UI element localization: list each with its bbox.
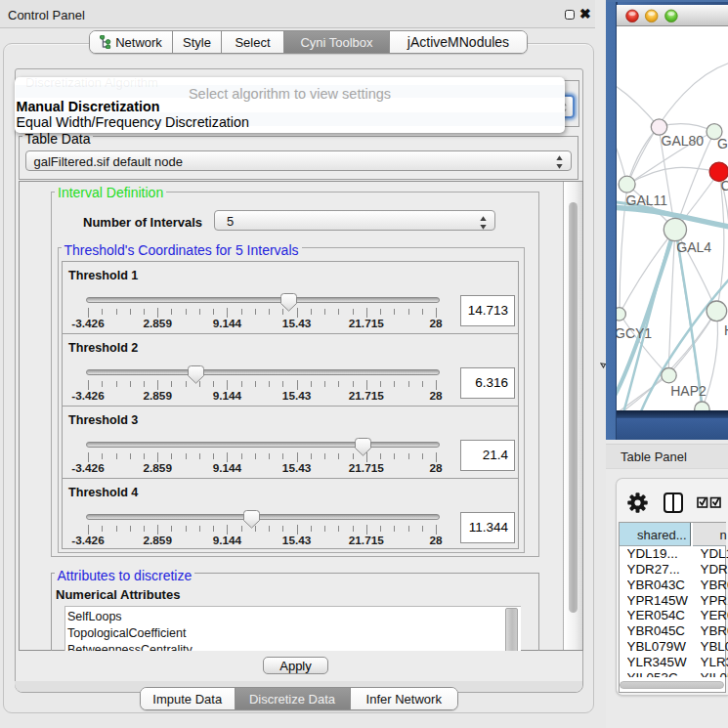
svg-text:C: C <box>721 178 728 193</box>
svg-text:GAL80: GAL80 <box>662 133 705 149</box>
svg-text:G.: G. <box>717 136 728 151</box>
svg-text:GAL4: GAL4 <box>676 239 711 255</box>
svg-text:GAL11: GAL11 <box>626 193 668 208</box>
svg-text:H: H <box>724 322 728 338</box>
svg-text:GCY1: GCY1 <box>617 325 652 341</box>
svg-text:HAP2: HAP2 <box>670 383 707 399</box>
